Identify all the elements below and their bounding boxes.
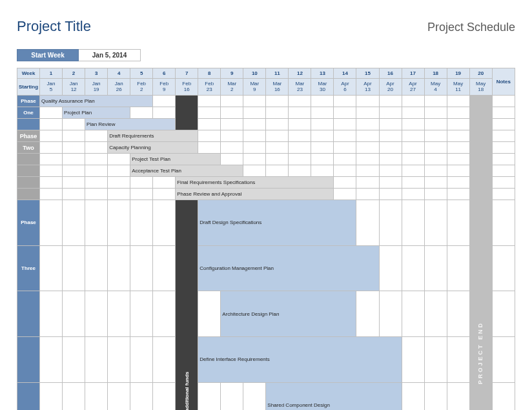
week-date: Mar16 — [266, 79, 289, 96]
week-date: Feb2 — [130, 79, 153, 96]
start-week-label: Start Week — [17, 49, 79, 61]
task-bar: Draft Design Specifications — [198, 200, 356, 246]
task-bar: Phase Review and Approval — [176, 189, 334, 200]
schedule-label: Project Schedule — [427, 21, 515, 34]
header-row-date: Starting Jan5 Jan12 Jan19 Jan26 Feb2 Feb… — [17, 79, 515, 96]
week-num: 3 — [85, 68, 108, 79]
week-num: 20 — [469, 68, 492, 79]
week-date: Feb9 — [153, 79, 176, 96]
notes-cell[interactable] — [492, 245, 515, 291]
week-date: Jan12 — [63, 79, 85, 96]
project-title: Project Title — [17, 18, 91, 35]
task-row: Architecture Design Plan — [17, 291, 515, 337]
phase-label: One — [17, 107, 40, 119]
week-num: 19 — [447, 68, 469, 79]
task-bar: Draft Requirements — [108, 130, 198, 142]
week-num: 17 — [402, 68, 424, 79]
task-bar: Capacity Planning — [108, 142, 198, 154]
week-num: 5 — [130, 68, 153, 79]
week-header: Week — [17, 68, 40, 79]
notes-cell[interactable] — [492, 119, 515, 130]
task-row: Phase Review and Approval — [17, 189, 515, 200]
task-row: Shared Component Design — [17, 382, 515, 410]
task-bar: Project Plan — [63, 107, 130, 119]
week-date: Mar30 — [311, 79, 334, 96]
week-date: Feb23 — [198, 79, 221, 96]
phase-label: Two — [17, 142, 40, 154]
phase-label: Phase — [17, 96, 40, 107]
week-date: Feb16 — [176, 79, 198, 96]
milestone-column: Milestone: additional funds — [176, 200, 198, 411]
notes-cell[interactable] — [492, 200, 515, 246]
task-row: Project Test Plan — [17, 154, 515, 165]
notes-cell[interactable] — [492, 189, 515, 200]
task-row: Phase Milestone: additional funds Draft … — [17, 200, 515, 246]
week-num: 1 — [40, 68, 63, 79]
week-num: 6 — [153, 68, 176, 79]
week-date: Mar9 — [243, 79, 266, 96]
week-date: May11 — [447, 79, 469, 96]
week-num: 16 — [379, 68, 402, 79]
task-row: Three Configuration Management Plan — [17, 245, 515, 291]
notes-cell[interactable] — [492, 382, 515, 410]
starting-header: Starting — [17, 79, 40, 96]
week-date: Mar23 — [289, 79, 311, 96]
task-row: Phase Quality Assurance Plan PROJECT END — [17, 96, 515, 107]
task-bar: Final Requirements Specifications — [176, 177, 334, 189]
week-num: 13 — [311, 68, 334, 79]
notes-cell[interactable] — [492, 291, 515, 337]
phase-label: Three — [17, 245, 40, 291]
week-date: Apr27 — [402, 79, 424, 96]
start-week-row: Start Week Jan 5, 2014 — [17, 49, 515, 61]
notes-cell[interactable] — [492, 336, 515, 382]
header-row-week: Week 1 2 3 4 5 6 7 8 9 10 11 12 13 14 15… — [17, 68, 515, 79]
week-date: Jan26 — [108, 79, 130, 96]
task-row: Final Requirements Specifications — [17, 177, 515, 189]
week-num: 4 — [108, 68, 130, 79]
week-num: 9 — [221, 68, 243, 79]
week-num: 10 — [243, 68, 266, 79]
notes-cell[interactable] — [492, 142, 515, 154]
notes-cell[interactable] — [492, 130, 515, 142]
notes-cell[interactable] — [492, 96, 515, 107]
task-bar: Shared Component Design — [266, 382, 402, 410]
week-num: 11 — [266, 68, 289, 79]
week-date: Jan19 — [85, 79, 108, 96]
task-row: Plan Review — [17, 119, 515, 130]
schedule-table: Week 1 2 3 4 5 6 7 8 9 10 11 12 13 14 15… — [17, 68, 515, 410]
notes-cell[interactable] — [492, 154, 515, 165]
task-bar: Project Test Plan — [130, 154, 221, 165]
week-date: May4 — [424, 79, 447, 96]
week-date: Mar2 — [221, 79, 243, 96]
task-bar: Define Interface Requirements — [198, 336, 402, 382]
week-num: 18 — [424, 68, 447, 79]
task-row: Define Interface Requirements — [17, 336, 515, 382]
project-end-column: PROJECT END — [469, 96, 492, 411]
week-date: Jan5 — [40, 79, 63, 96]
task-bar: Acceptance Test Plan — [130, 165, 243, 177]
week-date: Apr13 — [356, 79, 379, 96]
task-row: One Project Plan — [17, 107, 515, 119]
task-bar: Configuration Management Plan — [198, 245, 379, 291]
week-date: May18 — [469, 79, 492, 96]
notes-header: Notes — [492, 68, 515, 96]
week-num: 12 — [289, 68, 311, 79]
task-row: Acceptance Test Plan — [17, 165, 515, 177]
milestone-placeholder-top — [176, 96, 198, 130]
week-num: 2 — [63, 68, 85, 79]
week-num: 14 — [334, 68, 356, 79]
week-date: Apr20 — [379, 79, 402, 96]
task-row: Two Capacity Planning — [17, 142, 515, 154]
notes-cell[interactable] — [492, 165, 515, 177]
week-num: 15 — [356, 68, 379, 79]
task-bar: Quality Assurance Plan — [40, 96, 153, 107]
phase-label: Phase — [17, 130, 40, 142]
phase-label: Phase — [17, 200, 40, 246]
notes-cell[interactable] — [492, 177, 515, 189]
task-row: Phase Draft Requirements — [17, 130, 515, 142]
start-week-value[interactable]: Jan 5, 2014 — [79, 49, 141, 61]
task-bar: Architecture Design Plan — [221, 291, 356, 337]
week-date: Apr6 — [334, 79, 356, 96]
notes-cell[interactable] — [492, 107, 515, 119]
task-bar: Plan Review — [85, 119, 176, 130]
